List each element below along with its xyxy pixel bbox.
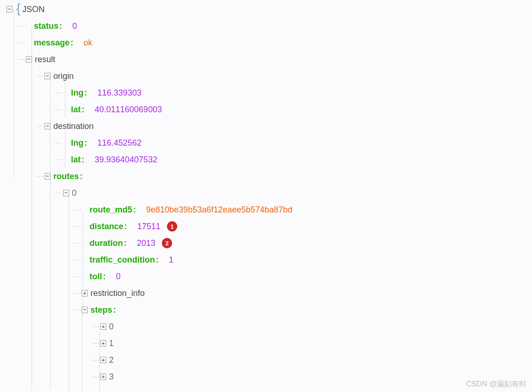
expand-icon[interactable]: + xyxy=(100,357,106,363)
key-routes: routes xyxy=(53,172,79,181)
collapse-icon[interactable]: − xyxy=(63,190,69,196)
key-result: result xyxy=(35,55,55,64)
key-restriction-info: restriction_info xyxy=(90,289,145,298)
key-steps: steps xyxy=(90,305,112,315)
collapse-icon[interactable]: − xyxy=(82,307,88,313)
idx-step-0: 0 xyxy=(109,322,114,332)
expand-icon[interactable]: + xyxy=(82,290,88,296)
val-origin-lng: 116.339303 xyxy=(97,88,141,98)
key-message: message xyxy=(34,38,70,48)
watermark: CSDN @漏刻有时 xyxy=(466,379,526,389)
annotation-badge-2: 2 xyxy=(162,238,172,248)
idx-step-2: 2 xyxy=(109,355,114,365)
key-duration: duration xyxy=(90,238,123,248)
root-label: JSON xyxy=(22,5,45,14)
val-toll: 0 xyxy=(116,272,121,282)
key-dest-lng: lng xyxy=(71,138,83,148)
key-destination: destination xyxy=(53,122,94,131)
key-traffic-condition: traffic_condition xyxy=(90,255,155,265)
tree-root: − { JSON status : 0 message : ok − resul… xyxy=(0,1,532,385)
key-origin-lat: lat xyxy=(71,105,81,115)
key-route-md5: route_md5 xyxy=(90,205,132,215)
key-status: status xyxy=(34,21,58,31)
brace-icon: { xyxy=(16,1,20,18)
annotation-badge-1: 1 xyxy=(167,221,177,231)
val-traffic-condition: 1 xyxy=(169,255,173,265)
val-route-md5: 9e810be39b53a6f12eaee5b574ba87bd xyxy=(146,205,292,215)
key-dest-lat: lat xyxy=(71,155,81,165)
expand-icon[interactable]: + xyxy=(100,373,106,380)
key-distance: distance xyxy=(90,222,123,231)
val-message: ok xyxy=(83,38,92,48)
val-dest-lng: 116.452562 xyxy=(97,138,141,148)
collapse-icon[interactable]: − xyxy=(6,6,13,13)
collapse-icon[interactable]: − xyxy=(45,173,51,180)
key-origin-lng: lng xyxy=(71,88,83,98)
collapse-icon[interactable]: − xyxy=(45,123,51,129)
collapse-icon[interactable]: − xyxy=(45,73,51,79)
val-origin-lat: 40.011160069003 xyxy=(95,105,162,115)
collapse-icon[interactable]: − xyxy=(26,56,32,63)
val-dest-lat: 39.93640407532 xyxy=(95,155,157,165)
expand-icon[interactable]: + xyxy=(100,340,106,347)
val-status: 0 xyxy=(72,21,77,31)
key-toll: toll xyxy=(90,272,102,282)
idx-step-3: 3 xyxy=(109,372,114,382)
idx-step-1: 1 xyxy=(109,339,114,348)
idx-routes-0: 0 xyxy=(72,188,77,198)
key-origin: origin xyxy=(53,71,74,81)
val-duration: 2013 xyxy=(137,238,155,248)
expand-icon[interactable]: + xyxy=(100,323,106,330)
val-distance: 17511 xyxy=(137,222,160,231)
